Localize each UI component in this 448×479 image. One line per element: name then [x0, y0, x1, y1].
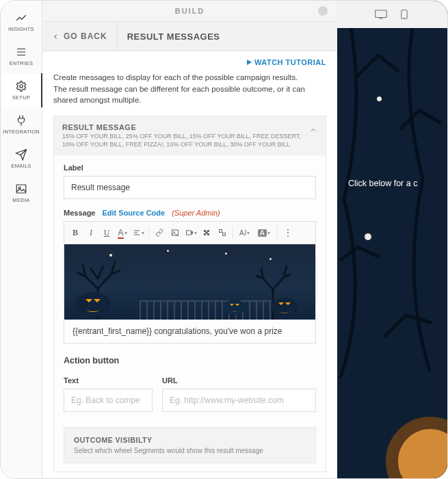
background-color-button[interactable]: A▾ — [255, 226, 274, 240]
svg-rect-11 — [186, 231, 191, 235]
side-nav: INSIGHTS ENTRIES SETUP INTEGRATION EMAIL… — [1, 1, 42, 478]
pumpkin-graphic — [223, 296, 246, 315]
expand-icon — [218, 229, 226, 237]
expand-button[interactable] — [215, 226, 229, 240]
sidenav-label: INTEGRATION — [3, 129, 40, 135]
panel-header[interactable]: RESULT MESSAGE 15% OFF YOUR BILL, 25% OF… — [54, 116, 326, 155]
panel-subtitle: 15% OFF YOUR BILL, 25% OFF YOUR BILL, 15… — [62, 133, 308, 148]
underline-button[interactable]: U — [100, 226, 114, 240]
go-back-label: GO BACK — [64, 31, 107, 41]
outcome-title: OUTCOME VISIBILTY — [74, 436, 306, 444]
label-input[interactable] — [64, 176, 316, 199]
rich-text-editor: B I U A▾ ▾ ▾ AI▾ — [64, 221, 316, 344]
more-button[interactable]: ⋮ — [281, 226, 295, 240]
desktop-icon[interactable] — [375, 10, 387, 19]
svg-rect-4 — [16, 185, 26, 193]
message-text[interactable]: {{entrant_first_name}} congratulations, … — [64, 320, 315, 343]
action-url-input[interactable] — [162, 389, 316, 412]
sidenav-item-setup[interactable]: SETUP — [1, 73, 42, 107]
plugin-button[interactable] — [200, 226, 213, 240]
label-field-label: Label — [64, 164, 316, 172]
collapse-button[interactable] — [318, 6, 328, 16]
svg-point-15 — [224, 300, 246, 315]
chevron-up-icon — [309, 126, 317, 134]
build-title: BUILD — [175, 7, 205, 15]
outcome-visibility: OUTCOME VISIBILTY Select which wheel Seg… — [64, 427, 316, 463]
intro-text: Create messages to display for each of t… — [53, 72, 326, 106]
result-message-panel: RESULT MESSAGE 15% OFF YOUR BILL, 25% OF… — [53, 116, 326, 472]
svg-rect-9 — [172, 230, 179, 235]
svg-point-14 — [75, 292, 111, 317]
sidenav-item-entries[interactable]: ENTRIES — [1, 39, 42, 73]
preview-overlay-text: Click below for a c — [348, 179, 447, 188]
svg-rect-17 — [375, 10, 386, 18]
video-button[interactable]: ▾ — [184, 226, 198, 240]
device-switcher — [337, 1, 447, 28]
edit-source-link[interactable]: Edit Source Code — [102, 209, 165, 217]
svg-rect-13 — [223, 233, 226, 236]
outcome-subtitle: Select which wheel Segments would show t… — [74, 447, 306, 454]
puzzle-icon — [202, 229, 211, 237]
action-text-input[interactable] — [64, 389, 153, 412]
chart-line-icon — [15, 12, 27, 24]
preview-canvas: Click below for a c — [337, 28, 447, 478]
svg-rect-12 — [220, 230, 222, 233]
svg-point-3 — [20, 85, 23, 88]
go-back-button[interactable]: GO BACK — [42, 22, 117, 51]
message-label: Message — [64, 209, 95, 217]
action-section-title: Action button — [64, 356, 316, 365]
sidenav-label: ENTRIES — [10, 60, 34, 66]
editor-canvas[interactable] — [64, 244, 315, 320]
main-panel: BUILD GO BACK RESULT MESSAGES WATCH TUTO… — [42, 1, 337, 478]
content-scroll[interactable]: WATCH TUTORIAL Create messages to displa… — [42, 51, 337, 478]
align-icon — [133, 229, 141, 237]
sidenav-item-integration[interactable]: INTEGRATION — [1, 107, 42, 142]
mobile-icon[interactable] — [398, 10, 410, 19]
preview-pane: Click below for a c — [337, 1, 447, 478]
link-button[interactable] — [153, 226, 166, 240]
svg-point-16 — [271, 298, 298, 317]
sidenav-label: EMAILS — [11, 163, 31, 169]
page-header: GO BACK RESULT MESSAGES — [42, 21, 337, 51]
align-button[interactable]: ▾ — [131, 226, 145, 240]
video-icon — [185, 229, 194, 237]
font-family-button[interactable]: AI▾ — [237, 226, 253, 240]
watch-tutorial-row: WATCH TUTORIAL — [53, 58, 326, 66]
plug-icon — [15, 114, 27, 127]
sidenav-label: INSIGHTS — [8, 26, 34, 32]
chevron-left-icon — [52, 33, 60, 40]
sidenav-item-media[interactable]: MEDIA — [1, 176, 42, 210]
collapse-caret[interactable] — [309, 125, 317, 137]
super-admin-tag: (Super Admin) — [172, 209, 220, 217]
font-color-button[interactable]: A▾ — [116, 226, 129, 240]
sidenav-label: SETUP — [12, 94, 31, 101]
gear-icon — [15, 80, 27, 92]
image-button[interactable] — [168, 226, 182, 240]
bold-button[interactable]: B — [68, 226, 82, 240]
page-title: RESULT MESSAGES — [117, 22, 230, 51]
watch-tutorial-link[interactable]: WATCH TUTORIAL — [247, 58, 326, 66]
editor-toolbar: B I U A▾ ▾ ▾ AI▾ — [64, 222, 315, 244]
panel-body: Label Message Edit Source Code (Super Ad… — [54, 155, 326, 471]
list-icon — [15, 46, 27, 58]
sidenav-item-insights[interactable]: INSIGHTS — [1, 5, 42, 39]
action-text-label: Text — [64, 376, 153, 385]
panel-title: RESULT MESSAGE — [62, 123, 317, 131]
pumpkin-graphic — [269, 292, 300, 317]
build-bar: BUILD — [42, 1, 337, 21]
italic-button[interactable]: I — [84, 226, 98, 240]
image-icon — [171, 229, 179, 237]
sidenav-label: MEDIA — [12, 197, 29, 203]
paper-plane-icon — [15, 148, 27, 161]
action-url-label: URL — [162, 376, 316, 385]
pumpkin-graphic — [74, 287, 112, 317]
image-icon — [15, 183, 27, 195]
link-icon — [155, 229, 163, 237]
sidenav-item-emails[interactable]: EMAILS — [1, 142, 42, 176]
